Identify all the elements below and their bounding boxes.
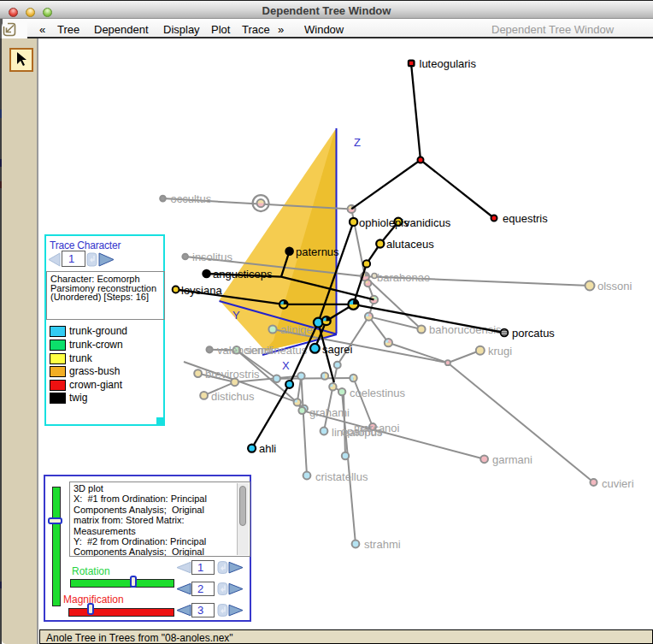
svg-text:angusticeps: angusticeps (213, 268, 273, 281)
svg-text:paternus: paternus (296, 245, 339, 258)
svg-text:sagrei: sagrei (322, 343, 353, 356)
svg-text:insolitus: insolitus (192, 251, 232, 263)
svg-text:marcanoi: marcanoi (354, 422, 400, 434)
svg-text:semilineatus: semilineatus (245, 344, 308, 357)
svg-text:occultus: occultus (171, 192, 212, 205)
svg-text:alutaceus: alutaceus (386, 238, 434, 251)
svg-text:porcatus: porcatus (512, 327, 555, 340)
svg-text:ahli: ahli (259, 442, 276, 455)
svg-text:garmani: garmani (492, 453, 532, 466)
svg-text:krugi: krugi (488, 345, 512, 357)
svg-text:cuvieri: cuvieri (602, 477, 634, 490)
svg-text:brevirostris: brevirostris (205, 368, 260, 381)
svg-text:vanidicus: vanidicus (404, 216, 451, 229)
svg-text:Z: Z (354, 136, 361, 149)
svg-text:olssoni: olssoni (597, 280, 632, 292)
svg-text:aliniger: aliniger (280, 323, 317, 336)
svg-text:coelestinus: coelestinus (350, 387, 406, 399)
svg-text:ophiolepis: ophiolepis (359, 216, 409, 229)
svg-text:X: X (282, 359, 290, 372)
svg-text:grahami: grahami (309, 406, 350, 419)
svg-text:luteogularis: luteogularis (420, 57, 477, 70)
svg-text:distichus: distichus (211, 390, 255, 403)
svg-text:strahmi: strahmi (364, 538, 401, 551)
svg-text:loysiana: loysiana (181, 284, 222, 297)
svg-text:barahonae: barahonae (377, 271, 430, 284)
svg-text:equestris: equestris (503, 212, 548, 225)
svg-text:cristatellus: cristatellus (315, 470, 368, 483)
svg-text:Y: Y (232, 309, 240, 322)
